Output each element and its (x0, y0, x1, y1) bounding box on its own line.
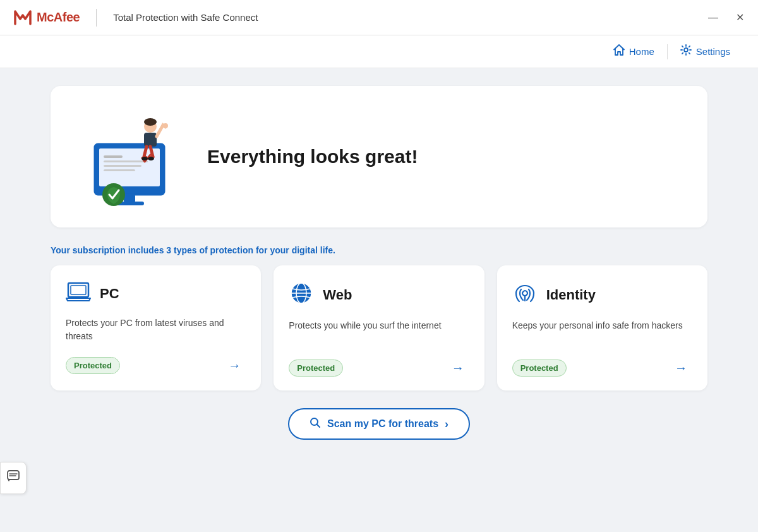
fingerprint-svg-icon (512, 281, 538, 306)
identity-card-header: Identity (512, 281, 692, 309)
pc-card-description: Protects your PC from latest viruses and… (66, 317, 246, 343)
app-logo-area: McAfee Total Protection with Safe Connec… (13, 9, 258, 27)
hero-card: Everything looks great! (51, 86, 707, 227)
svg-rect-11 (144, 133, 157, 147)
scan-pc-button[interactable]: Scan my PC for threats › (288, 408, 470, 440)
svg-point-12 (141, 157, 148, 160)
window-controls: — ✕ (704, 10, 748, 25)
svg-line-23 (316, 425, 320, 428)
pc-status-badge: Protected (66, 357, 120, 374)
minimize-button[interactable]: — (704, 10, 722, 25)
settings-icon (680, 44, 692, 59)
web-card-description: Protects you while you surf the internet (289, 319, 469, 346)
pc-card-title: PC (100, 286, 119, 302)
close-button[interactable]: ✕ (732, 10, 748, 25)
svg-point-0 (684, 48, 688, 52)
web-card[interactable]: Web Protects you while you surf the inte… (274, 265, 484, 390)
web-status-badge: Protected (289, 360, 343, 377)
pc-arrow-button[interactable]: → (223, 356, 246, 375)
hero-illustration (76, 106, 177, 207)
scan-label: Scan my PC for threats (327, 418, 438, 430)
svg-rect-7 (124, 195, 135, 202)
pc-icon (66, 281, 91, 306)
hero-svg-illustration (76, 106, 183, 210)
svg-rect-3 (104, 155, 123, 158)
hero-title-area: Everything looks great! (207, 146, 418, 167)
app-name: Total Protection with Safe Connect (113, 12, 258, 23)
web-arrow-button[interactable]: → (447, 358, 469, 378)
hero-title: Everything looks great! (207, 146, 418, 167)
svg-rect-6 (104, 169, 135, 171)
subscription-text: Your subscription includes 3 types of pr… (51, 245, 707, 255)
identity-status-badge: Protected (512, 360, 567, 377)
home-icon (613, 44, 625, 59)
pc-card-header: PC (66, 281, 246, 306)
web-card-title: Web (323, 287, 352, 303)
pc-card-footer: Protected → (66, 356, 246, 375)
identity-card-title: Identity (546, 287, 596, 303)
identity-arrow-button[interactable]: → (670, 358, 692, 378)
web-card-footer: Protected → (289, 358, 469, 378)
laptop-svg-icon (66, 281, 91, 303)
brand-name: McAfee (37, 10, 80, 25)
mcafee-logo: McAfee (13, 9, 80, 27)
feedback-icon (7, 473, 20, 485)
scan-icon (310, 417, 321, 431)
gear-svg-icon (680, 44, 692, 56)
svg-rect-24 (8, 471, 19, 480)
home-svg-icon (613, 44, 625, 56)
identity-card-description: Keeps your personal info safe from hacke… (512, 319, 692, 346)
identity-card-footer: Protected → (512, 358, 692, 378)
svg-point-10 (144, 118, 157, 126)
title-bar: McAfee Total Protection with Safe Connec… (0, 0, 758, 35)
cards-grid: PC Protects your PC from latest viruses … (51, 265, 707, 390)
home-label: Home (629, 46, 654, 57)
web-card-header: Web (289, 281, 469, 309)
svg-rect-5 (104, 165, 141, 167)
scan-section: Scan my PC for threats › (51, 408, 707, 440)
svg-rect-17 (71, 286, 86, 294)
web-icon (289, 281, 314, 309)
main-content: Everything looks great! Your subscriptio… (0, 68, 758, 532)
settings-nav-item[interactable]: Settings (668, 39, 743, 64)
chat-svg-icon (7, 470, 20, 483)
settings-label: Settings (696, 46, 730, 57)
pc-card[interactable]: PC Protects your PC from latest viruses … (51, 265, 261, 390)
title-divider (96, 9, 97, 27)
mcafee-icon (13, 9, 33, 27)
scan-arrow: › (445, 418, 448, 431)
svg-rect-4 (104, 160, 148, 162)
home-nav-item[interactable]: Home (601, 39, 667, 64)
nav-bar: Home Settings (0, 35, 758, 68)
globe-svg-icon (289, 281, 314, 306)
svg-point-14 (163, 123, 168, 128)
search-svg-icon (310, 417, 321, 428)
identity-icon (512, 281, 538, 309)
identity-card[interactable]: Identity Keeps your personal info safe f… (497, 265, 707, 390)
feedback-button[interactable] (0, 462, 27, 494)
svg-point-13 (148, 157, 154, 160)
